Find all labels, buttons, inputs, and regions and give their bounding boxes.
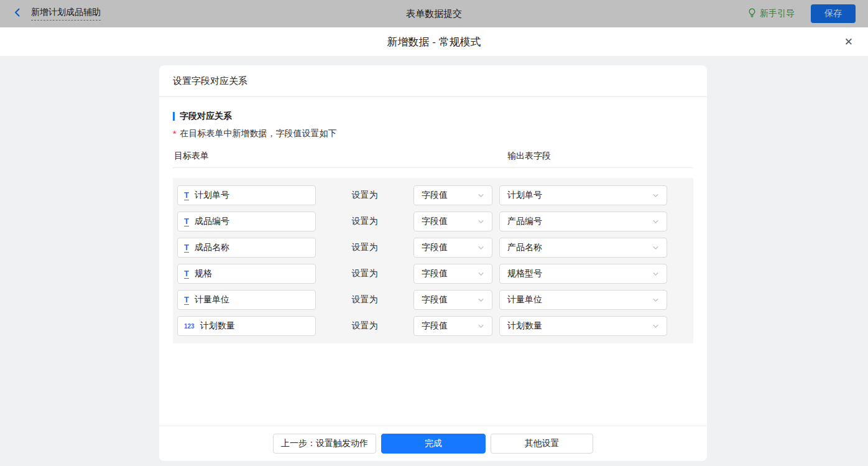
mapping-row: 123计划数量设置为字段值计划数量 xyxy=(177,316,693,336)
value-mode-select[interactable]: 字段值 xyxy=(413,264,492,284)
source-field-box[interactable]: 123计划数量 xyxy=(177,316,316,336)
source-field-box[interactable]: T规格 xyxy=(177,264,316,284)
value-mode-value: 字段值 xyxy=(422,294,448,305)
source-field-box[interactable]: T计划单号 xyxy=(177,185,316,205)
mapping-row: T计划单号设置为字段值计划单号 xyxy=(177,185,693,205)
description-line: * 在目标表单中新增数据，字段值设置如下 xyxy=(173,128,693,139)
chevron-down-icon xyxy=(478,323,484,330)
value-mode-value: 字段值 xyxy=(422,320,448,332)
finish-button[interactable]: 完成 xyxy=(381,434,486,454)
card-content: 字段对应关系 * 在目标表单中新增数据，字段值设置如下 目标表单 输出表字段 T… xyxy=(159,97,707,426)
value-mode-select[interactable]: 字段值 xyxy=(413,316,492,336)
target-field-value: 计量单位 xyxy=(507,294,542,305)
chevron-down-icon xyxy=(478,218,484,225)
target-field-value: 计划数量 xyxy=(507,320,542,332)
description-text: 在目标表单中新增数据，字段值设置如下 xyxy=(180,128,336,139)
operator-label: 设置为 xyxy=(316,268,413,279)
previous-step-button[interactable]: 上一步：设置触发动作 xyxy=(273,434,376,454)
source-field-name: 计量单位 xyxy=(195,294,229,305)
column-target-label: 输出表字段 xyxy=(507,151,551,162)
value-mode-select[interactable]: 字段值 xyxy=(413,212,492,231)
target-field-value: 产品编号 xyxy=(507,216,542,227)
target-field-select[interactable]: 计划数量 xyxy=(499,316,667,336)
card-header: 设置字段对应关系 xyxy=(159,65,707,97)
source-field-box[interactable]: T成品编号 xyxy=(177,212,316,231)
mapping-row: T计量单位设置为字段值计量单位 xyxy=(177,290,693,310)
mapping-row: T规格设置为字段值规格型号 xyxy=(177,264,693,284)
modal-body: 设置字段对应关系 字段对应关系 * 在目标表单中新增数据，字段值设置如下 目标表… xyxy=(0,57,868,466)
modal-header: 新增数据 - 常规模式 ✕ xyxy=(0,27,868,57)
value-mode-select[interactable]: 字段值 xyxy=(413,238,492,258)
source-field-name: 规格 xyxy=(195,268,212,279)
column-headers: 目标表单 输出表字段 xyxy=(173,149,693,168)
chevron-down-icon xyxy=(478,245,484,251)
value-mode-select[interactable]: 字段值 xyxy=(413,290,492,310)
value-mode-value: 字段值 xyxy=(422,242,448,253)
required-mark: * xyxy=(173,129,176,139)
other-settings-button[interactable]: 其他设置 xyxy=(491,434,593,454)
chevron-down-icon xyxy=(652,218,659,225)
chevron-down-icon xyxy=(652,192,659,199)
text-field-icon: T xyxy=(184,269,189,279)
settings-card: 设置字段对应关系 字段对应关系 * 在目标表单中新增数据，字段值设置如下 目标表… xyxy=(159,65,707,461)
section-accent-bar xyxy=(173,112,175,121)
target-field-select[interactable]: 产品编号 xyxy=(499,212,667,231)
card-footer: 上一步：设置触发动作 完成 其他设置 xyxy=(159,426,707,461)
number-field-icon: 123 xyxy=(184,323,195,330)
target-field-value: 产品名称 xyxy=(507,242,542,253)
source-field-name: 计划单号 xyxy=(195,190,229,201)
operator-label: 设置为 xyxy=(316,216,413,227)
value-mode-select[interactable]: 字段值 xyxy=(413,185,492,205)
operator-label: 设置为 xyxy=(316,294,413,305)
source-field-name: 计划数量 xyxy=(200,320,235,332)
chevron-down-icon xyxy=(652,271,659,277)
operator-label: 设置为 xyxy=(316,242,413,253)
mapping-row: T成品名称设置为字段值产品名称 xyxy=(177,238,693,258)
source-field-name: 成品编号 xyxy=(195,216,229,227)
source-field-name: 成品名称 xyxy=(195,242,229,253)
section-title: 字段对应关系 xyxy=(173,111,693,122)
target-field-select[interactable]: 计划单号 xyxy=(499,185,667,205)
target-field-value: 计划单号 xyxy=(507,190,542,201)
section-label: 字段对应关系 xyxy=(180,111,232,122)
source-field-box[interactable]: T计量单位 xyxy=(177,290,316,310)
target-field-value: 规格型号 xyxy=(507,268,542,279)
close-icon[interactable]: ✕ xyxy=(844,37,853,47)
chevron-down-icon xyxy=(652,323,659,330)
mapping-rows: T计划单号设置为字段值计划单号T成品编号设置为字段值产品编号T成品名称设置为字段… xyxy=(177,185,693,336)
modal-title: 新增数据 - 常规模式 xyxy=(387,35,481,49)
chevron-down-icon xyxy=(478,297,484,304)
text-field-icon: T xyxy=(184,243,189,253)
mapping-panel: T计划单号设置为字段值计划单号T成品编号设置为字段值产品编号T成品名称设置为字段… xyxy=(173,178,693,343)
text-field-icon: T xyxy=(184,217,189,226)
operator-label: 设置为 xyxy=(316,190,413,201)
target-field-select[interactable]: 计量单位 xyxy=(499,290,667,310)
chevron-down-icon xyxy=(478,271,484,277)
source-field-box[interactable]: T成品名称 xyxy=(177,238,316,258)
value-mode-value: 字段值 xyxy=(422,268,448,279)
value-mode-value: 字段值 xyxy=(422,216,448,227)
app-toolbar: 新增计划成品辅助 表单数据提交 新手引导 保存 xyxy=(0,0,868,27)
column-source-label: 目标表单 xyxy=(174,151,209,162)
chevron-down-icon xyxy=(652,297,659,304)
text-field-icon: T xyxy=(184,296,189,305)
text-field-icon: T xyxy=(184,191,189,200)
chevron-down-icon xyxy=(652,245,659,251)
chevron-down-icon xyxy=(478,192,484,199)
operator-label: 设置为 xyxy=(316,320,413,332)
target-field-select[interactable]: 产品名称 xyxy=(499,238,667,258)
modal-dim-overlay xyxy=(0,0,868,27)
value-mode-value: 字段值 xyxy=(422,190,448,201)
mapping-row: T成品编号设置为字段值产品编号 xyxy=(177,212,693,231)
target-field-select[interactable]: 规格型号 xyxy=(499,264,667,284)
